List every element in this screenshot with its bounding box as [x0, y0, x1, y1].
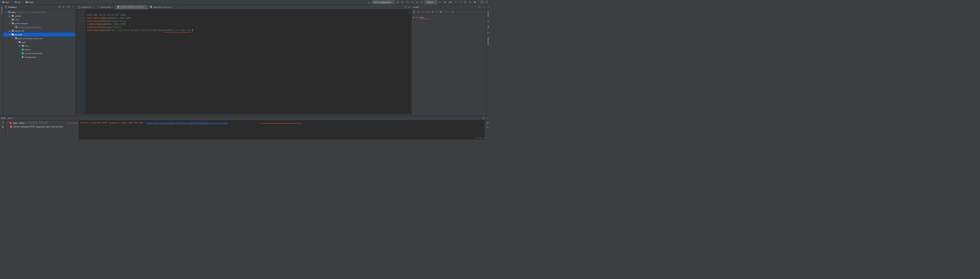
tree-item[interactable]: CBizInfo: [3, 48, 75, 51]
gear-icon[interactable]: [67, 5, 70, 8]
jrebel-run-icon[interactable]: [415, 0, 419, 4]
svg-rect-40: [18, 41, 19, 42]
avatar-icon[interactable]: [480, 0, 484, 4]
build-tab-sync[interactable]: Sync ×: [8, 117, 14, 119]
tool-stripe-project[interactable]: 1: Project: [1, 7, 3, 14]
add-icon[interactable]: ＋: [417, 11, 420, 14]
arrow-icon[interactable]: [8, 30, 11, 32]
debug-icon[interactable]: [401, 0, 404, 4]
arrow-icon[interactable]: [11, 37, 14, 40]
hammer-icon[interactable]: [368, 0, 371, 4]
svg-rect-22: [8, 11, 9, 12]
jrebel-debug-icon[interactable]: [420, 0, 423, 4]
scroll-to-end-icon[interactable]: [486, 125, 489, 128]
svg-rect-0: [2, 2, 5, 3]
tree-item[interactable]: CConvenienceConfig: [3, 51, 75, 55]
code-area[interactable]: ✔#Thu May 10 21:25:29 CST 2018 distribut…: [86, 10, 411, 114]
collapse-icon[interactable]: [435, 11, 438, 14]
stop-icon[interactable]: [2, 125, 5, 128]
structure-icon[interactable]: [473, 0, 477, 4]
breadcrumb-item[interactable]: user: [2, 1, 10, 4]
tree-item[interactable]: form: [3, 44, 75, 48]
tree-item[interactable]: META-INF: [3, 29, 75, 33]
svg-point-44: [98, 7, 98, 8]
build-tree-item[interactable]: ! Server returned HTTP response code: 40…: [7, 125, 78, 128]
gradle-stripe-icon: [487, 6, 490, 8]
tree-item[interactable]: java.com.tencent.sxwx.user: [3, 36, 75, 40]
editor-tab[interactable]: application-test.prop×: [148, 5, 176, 9]
git-commit-icon[interactable]: [459, 0, 462, 4]
arrow-icon[interactable]: ▼: [7, 122, 8, 124]
project-tree[interactable]: user sources root, ~/aidun/shanxi/user .…: [3, 10, 75, 116]
tool-stripe-ant[interactable]: Ant: [487, 25, 489, 28]
arrow-icon[interactable]: [8, 15, 11, 17]
breadcrumb-item[interactable]: main: [25, 1, 34, 4]
run-config-selector[interactable]: Add Configuration...: [372, 0, 395, 4]
tree-item[interactable]: .idea: [3, 18, 75, 21]
console-url-link[interactable]: http://services.gradle.org/distributions…: [146, 122, 228, 124]
close-icon[interactable]: ×: [13, 117, 14, 119]
tree-item[interactable]: gradle.wrapper: [3, 21, 75, 25]
trail-label[interactable]: ≡7: [408, 6, 410, 8]
close-icon[interactable]: ×: [92, 6, 94, 8]
project-view-icon[interactable]: [5, 5, 8, 8]
close-icon[interactable]: ×: [145, 6, 146, 8]
tool-stripe-gradle[interactable]: Gradle: [487, 11, 489, 17]
gear-icon[interactable]: [478, 5, 481, 8]
tree-item[interactable]: .gradle: [3, 14, 75, 18]
hide-icon[interactable]: —: [482, 5, 485, 8]
gradle-tree[interactable]: ▶ user: [412, 14, 486, 116]
close-icon[interactable]: ×: [112, 6, 113, 8]
select-opened-file-icon[interactable]: [58, 5, 61, 8]
arrow-icon[interactable]: [15, 41, 18, 43]
search-icon[interactable]: [485, 0, 488, 4]
build-tree-root[interactable]: ▼ ! user: failed at 2023/6/30 下午1:24 3 s…: [7, 121, 78, 125]
arrow-icon[interactable]: [8, 34, 11, 36]
git-rollback-icon[interactable]: [468, 0, 472, 4]
tree-root[interactable]: user sources root, ~/aidun/shanxi/user: [3, 10, 75, 14]
tree-item[interactable]: bean: [3, 40, 75, 44]
coverage-icon[interactable]: [406, 0, 409, 4]
tree-item[interactable]: src.main: [3, 33, 75, 36]
gradle-root[interactable]: ▶ user: [413, 16, 485, 19]
editor-tab[interactable]: gradle-wrapper.properties×: [115, 5, 148, 9]
tasks-icon[interactable]: [439, 11, 442, 14]
git-update-icon[interactable]: [454, 0, 458, 4]
arrow-icon[interactable]: ▶: [413, 17, 414, 18]
build-body: ▼ ! user: failed at 2023/6/30 下午1:24 3 s…: [0, 120, 490, 140]
gear-icon[interactable]: [482, 117, 485, 120]
dropdown-icon[interactable]: ▾: [404, 5, 407, 8]
tree-item[interactable]: gradle-wrapper.properties: [3, 25, 75, 29]
offline-icon[interactable]: [445, 11, 448, 14]
arrow-icon[interactable]: [5, 11, 7, 13]
jrebel-selector[interactable]: JRebel ▾: [425, 0, 437, 5]
arrow-icon[interactable]: [18, 45, 21, 47]
tree-item[interactable]: CCpAgentInfo: [3, 55, 75, 59]
build-console[interactable]: Server returned HTTP response code: 403 …: [79, 120, 484, 140]
editor-tab[interactable]: gradlew.bat×: [76, 5, 95, 9]
svg-rect-46: [118, 6, 119, 8]
jrebel-action-icon[interactable]: [438, 0, 442, 4]
run-task-icon[interactable]: [427, 11, 430, 14]
hide-icon[interactable]: —: [486, 117, 489, 120]
hide-icon[interactable]: —: [71, 5, 74, 8]
stop-icon[interactable]: [443, 0, 447, 4]
svg-rect-36: [11, 34, 13, 34]
run-icon[interactable]: [396, 0, 400, 4]
reload-icon[interactable]: [413, 11, 416, 14]
expand-all-icon[interactable]: [62, 5, 65, 8]
close-icon[interactable]: ×: [173, 6, 174, 8]
wrench-icon[interactable]: [451, 11, 454, 14]
breadcrumb-item[interactable]: src: [14, 1, 21, 4]
rerun-icon[interactable]: [2, 121, 5, 124]
tool-stripe-database[interactable]: Database: [487, 37, 489, 45]
editor-tab[interactable]: build.gradle×: [95, 5, 115, 9]
build-tree[interactable]: ▼ ! user: failed at 2023/6/30 下午1:24 3 s…: [6, 120, 79, 140]
soft-wrap-icon[interactable]: [486, 121, 489, 124]
arrow-icon[interactable]: [8, 22, 11, 24]
profile-icon[interactable]: [410, 0, 414, 4]
expand-icon[interactable]: [431, 11, 434, 14]
git-history-icon[interactable]: [463, 0, 467, 4]
project-panel-title[interactable]: Project ▾: [8, 6, 17, 8]
remove-icon[interactable]: —: [421, 11, 424, 14]
